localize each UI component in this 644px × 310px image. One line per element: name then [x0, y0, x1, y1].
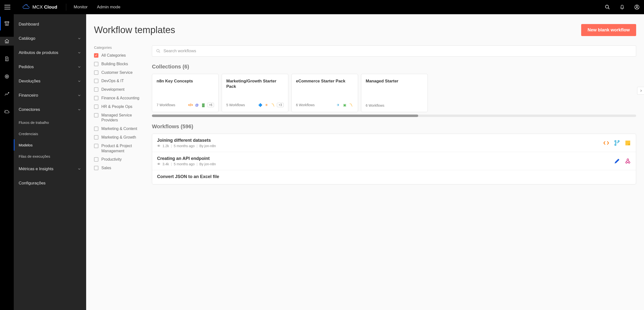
filter-label: DevOps & IT	[101, 78, 124, 84]
main-content: Workflow templates New blank workflow Ca…	[86, 14, 644, 310]
nav-admin-mode[interactable]: Admin mode	[97, 5, 120, 9]
sidebar-item[interactable]: Dashboard	[14, 17, 86, 31]
collection-count: 5 Workflows	[226, 103, 245, 107]
sidebar-item[interactable]: Financeiro	[14, 88, 86, 102]
checkbox[interactable]	[94, 79, 98, 83]
filter-heading: Categories	[94, 45, 145, 49]
sidebar-subitem[interactable]: Credenciais	[14, 128, 86, 139]
sidebar-item[interactable]: Devoluções	[14, 74, 86, 88]
workflow-row[interactable]: Convert JSON to an Excel file	[152, 170, 636, 184]
svg-line-11	[159, 51, 160, 53]
chevron-down-icon	[77, 65, 81, 69]
collection-icons: </>@▓+6	[188, 102, 214, 107]
filter-label: Managed Service Providers	[101, 113, 145, 123]
topbar: MCX Cloud Monitor Admin mode	[0, 0, 644, 14]
sidebar-item-label: Dashboard	[19, 22, 39, 27]
notification-bell-icon[interactable]	[620, 4, 625, 10]
checkbox[interactable]	[94, 70, 98, 75]
checkbox[interactable]	[94, 157, 98, 162]
sidebar-item[interactable]: Atributos de produtos	[14, 46, 86, 60]
sidebar-item[interactable]: Métricas e Insights	[14, 162, 86, 176]
filter-item[interactable]: Sales	[94, 166, 145, 171]
filter-item[interactable]: Managed Service Providers	[94, 113, 145, 123]
brand-logo[interactable]: MCX Cloud	[22, 4, 57, 10]
sidebar: DashboardCatálogoAtributos de produtosPe…	[14, 14, 86, 310]
svg-point-14	[618, 140, 619, 142]
checkbox[interactable]	[94, 113, 98, 117]
sidebar-item[interactable]: Configurações	[14, 176, 86, 190]
checkbox[interactable]	[94, 96, 98, 100]
filter-item[interactable]: Development	[94, 87, 145, 92]
filter-item[interactable]: Customer Service	[94, 70, 145, 75]
filter-item[interactable]: Product & Project Management	[94, 143, 145, 154]
collection-card[interactable]: n8n Key Concepts7 Workflows</>@▓+6	[152, 74, 219, 112]
filter-item[interactable]: HR & People Ops	[94, 104, 145, 109]
user-profile-icon[interactable]	[634, 4, 640, 10]
sidebar-subitem[interactable]: Filas de execuções	[14, 151, 86, 162]
rail-document-icon[interactable]	[0, 54, 14, 63]
collections-scrollbar[interactable]	[152, 115, 636, 117]
collection-card[interactable]: eCommerce Starter Pack6 Workflows✈▣〽	[291, 74, 358, 112]
filter-item[interactable]: Building Blocks	[94, 61, 145, 67]
collections-next-button[interactable]	[637, 87, 644, 95]
search-box[interactable]	[152, 45, 636, 57]
collection-title: Marketing/Growth Starter Pack	[226, 78, 284, 89]
brand-prefix: MCX	[32, 4, 44, 9]
filter-item[interactable]: All Categories	[94, 53, 145, 58]
checkbox[interactable]	[94, 166, 98, 170]
filter-label: Customer Service	[101, 70, 132, 75]
checkbox[interactable]	[94, 53, 98, 58]
sidebar-subitem[interactable]: Fluxos de trabalho	[14, 117, 86, 128]
rail-target-icon[interactable]	[0, 72, 14, 81]
category-filters: Categories All CategoriesBuilding Blocks…	[94, 45, 145, 310]
filter-item[interactable]: DevOps & IT	[94, 78, 145, 84]
checkbox[interactable]	[94, 135, 98, 140]
svg-point-7	[5, 75, 9, 78]
rail-store-icon[interactable]	[0, 19, 14, 28]
filter-item[interactable]: Marketing & Content	[94, 126, 145, 131]
checkbox[interactable]	[94, 87, 98, 92]
svg-point-6	[636, 6, 638, 7]
chevron-down-icon	[77, 93, 81, 97]
svg-point-10	[156, 49, 159, 52]
rail-analytics-icon[interactable]	[0, 90, 14, 99]
svg-point-8	[6, 75, 8, 77]
results-panel: Collections (6) n8n Key Concepts7 Workfl…	[152, 45, 644, 310]
sidebar-item[interactable]: Pedidos	[14, 60, 86, 74]
note-icon	[624, 140, 631, 146]
filter-label: Productivity	[101, 157, 122, 162]
checkbox[interactable]	[94, 127, 98, 131]
collection-card[interactable]: Marketing/Growth Starter Pack5 Workflows…	[222, 74, 288, 112]
sidebar-item[interactable]: Catálogo	[14, 31, 86, 46]
filter-item[interactable]: Marketing & Growth	[94, 135, 145, 140]
new-blank-workflow-button[interactable]: New blank workflow	[581, 24, 636, 36]
rail-home-icon[interactable]	[0, 37, 14, 46]
svg-point-12	[615, 140, 616, 142]
checkbox[interactable]	[94, 104, 98, 109]
rail-cloud-icon[interactable]	[0, 107, 14, 116]
checkbox[interactable]	[94, 62, 98, 66]
nav-monitor[interactable]: Monitor	[74, 5, 88, 9]
collection-title: Managed Starter	[366, 78, 423, 84]
chevron-down-icon	[77, 51, 81, 55]
search-icon[interactable]	[605, 4, 610, 10]
search-input[interactable]	[164, 48, 632, 53]
sidebar-item[interactable]: Conectores	[14, 102, 86, 117]
collection-title: n8n Key Concepts	[156, 78, 214, 84]
workflow-title: Convert JSON to an Excel file	[157, 174, 631, 179]
sidebar-item-label: Configurações	[19, 181, 46, 186]
workflow-title: Creating an API endpoint	[157, 156, 614, 161]
sidebar-subitem[interactable]: Modelos	[14, 139, 86, 151]
svg-point-9	[7, 76, 7, 77]
workflow-row[interactable]: Creating an API endpoint👁 3.4k|5 months …	[152, 152, 636, 170]
filter-item[interactable]: Productivity	[94, 157, 145, 162]
sidebar-item-label: Catálogo	[19, 36, 35, 41]
workflow-row[interactable]: Joining different datasets👁 1.2k|5 month…	[152, 134, 636, 152]
sidebar-item-label: Financeiro	[19, 93, 38, 98]
checkbox[interactable]	[94, 144, 98, 148]
svg-point-3	[606, 5, 609, 8]
collection-card[interactable]: Managed Starter6 Workflows	[361, 74, 428, 112]
workflow-icons	[614, 158, 631, 164]
menu-toggle-icon[interactable]	[4, 5, 10, 9]
filter-item[interactable]: Finance & Accounting	[94, 96, 145, 101]
